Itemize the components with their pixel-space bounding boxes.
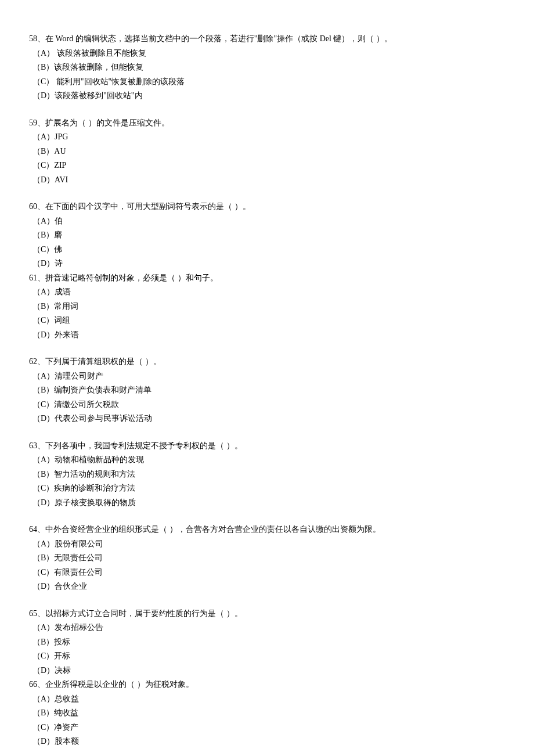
question-option: （A）成语 [29, 285, 505, 300]
question-option: （A）总收益 [29, 692, 505, 707]
question-q59: 59、扩展名为（ ）的文件是压缩文件。（A）JPG（B）AU（C）ZIP（D）A… [29, 116, 505, 188]
question-option: （A） 该段落被删除且不能恢复 [29, 46, 505, 61]
question-option: （A）清理公司财产 [29, 369, 505, 384]
question-text: 59、扩展名为（ ）的文件是压缩文件。 [29, 116, 505, 131]
question-option: （D）外来语 [29, 328, 505, 343]
question-option: （A）股份有限公司 [29, 537, 505, 552]
question-option: （B）纯收益 [29, 706, 505, 721]
question-option: （C）词组 [29, 314, 505, 328]
question-option: （C）疾病的诊断和治疗方法 [29, 481, 505, 496]
question-option: （D）股本额 [29, 735, 505, 749]
question-option: （C）净资产 [29, 721, 505, 735]
question-option: （A）伯 [29, 214, 505, 229]
question-option: （B）无限责任公司 [29, 551, 505, 566]
question-q60: 60、在下面的四个汉字中，可用大型副词符号表示的是（ ）。（A）伯（B）磨（C）… [29, 200, 505, 271]
question-option: （B）智力活动的规则和方法 [29, 467, 505, 482]
question-option: （D）合伙企业 [29, 579, 505, 594]
question-q58: 58、在 Word 的编辑状态，选择当前文档中的一个段落，若进行"删除"操作（或… [29, 32, 505, 103]
question-option: （D）原子核变换取得的物质 [29, 496, 505, 510]
question-text: 61、拼音速记略符创制的对象，必须是（ ）和句子。 [29, 271, 505, 286]
question-text: 63、下列各项中，我国专利法规定不授予专利权的是（ ）。 [29, 439, 505, 453]
question-option: （A）动物和植物新品种的发现 [29, 453, 505, 467]
question-option: （D）AVI [29, 173, 505, 188]
question-q63: 63、下列各项中，我国专利法规定不授予专利权的是（ ）。（A）动物和植物新品种的… [29, 439, 505, 510]
question-option: （B）投标 [29, 635, 505, 650]
question-option: （A）发布招标公告 [29, 621, 505, 635]
question-option: （C）ZIP [29, 159, 505, 173]
question-option: （C）清缴公司所欠税款 [29, 398, 505, 412]
question-option: （B）该段落被删除，但能恢复 [29, 60, 505, 75]
question-text: 60、在下面的四个汉字中，可用大型副词符号表示的是（ ）。 [29, 200, 505, 214]
question-option: （A）JPG [29, 130, 505, 145]
question-q64: 64、中外合资经营企业的组织形式是（ ），合营各方对合营企业的责任以各自认缴的出… [29, 523, 505, 594]
document-content: 58、在 Word 的编辑状态，选择当前文档中的一个段落，若进行"删除"操作（或… [29, 32, 505, 749]
question-option: （B）常用词 [29, 300, 505, 314]
question-option: （C）开标 [29, 649, 505, 664]
question-q61: 61、拼音速记略符创制的对象，必须是（ ）和句子。（A）成语（B）常用词（C）词… [29, 271, 505, 343]
question-text: 58、在 Word 的编辑状态，选择当前文档中的一个段落，若进行"删除"操作（或… [29, 32, 505, 46]
question-text: 64、中外合资经营企业的组织形式是（ ），合营各方对合营企业的责任以各自认缴的出… [29, 523, 505, 537]
question-option: （D）诗 [29, 257, 505, 271]
question-option: （C）佛 [29, 243, 505, 257]
question-option: （C）有限责任公司 [29, 566, 505, 580]
question-option: （D）决标 [29, 664, 505, 678]
question-option: （C） 能利用"回收站"恢复被删除的该段落 [29, 75, 505, 89]
question-option: （B）编制资产负债表和财产清单 [29, 383, 505, 398]
question-option: （B）磨 [29, 228, 505, 243]
question-q62: 62、下列属于清算组职权的是（ ）。（A）清理公司财产（B）编制资产负债表和财产… [29, 355, 505, 426]
question-option: （D）该段落被移到"回收站"内 [29, 89, 505, 103]
question-text: 66、企业所得税是以企业的（ ）为征税对象。 [29, 678, 505, 692]
question-option: （B）AU [29, 145, 505, 159]
question-q66: 66、企业所得税是以企业的（ ）为征税对象。（A）总收益（B）纯收益（C）净资产… [29, 678, 505, 749]
question-q65: 65、以招标方式订立合同时，属于要约性质的行为是（ ）。（A）发布招标公告（B）… [29, 607, 505, 678]
question-option: （D）代表公司参与民事诉讼活动 [29, 412, 505, 426]
question-text: 65、以招标方式订立合同时，属于要约性质的行为是（ ）。 [29, 607, 505, 621]
question-text: 62、下列属于清算组职权的是（ ）。 [29, 355, 505, 369]
